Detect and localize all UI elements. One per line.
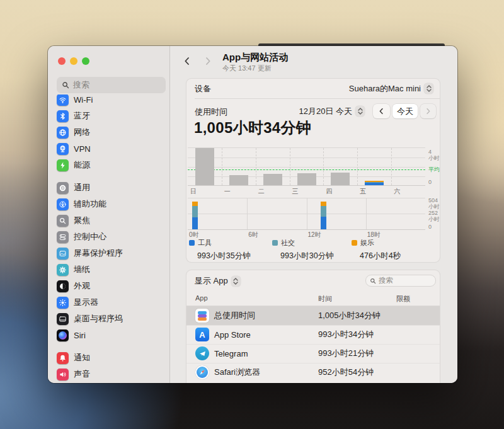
gridline — [290, 148, 290, 185]
previous-day-button[interactable] — [373, 104, 390, 118]
sidebar-item-label: 墙纸 — [74, 264, 90, 275]
weekday-tick: 一 — [224, 187, 231, 196]
table-row-App Store[interactable]: AApp Store993小时34分钟 — [186, 325, 440, 344]
gridline — [323, 148, 324, 185]
today-button[interactable]: 今天 — [392, 104, 418, 118]
sidebar-item-蓝牙[interactable]: 蓝牙 — [52, 108, 166, 124]
sidebar-item-label: 控制中心 — [74, 231, 106, 243]
siri-icon — [57, 329, 69, 341]
zoom-button[interactable] — [82, 57, 89, 65]
magnifier-icon — [57, 215, 69, 227]
week-bar-日[interactable] — [195, 148, 214, 185]
week-bar-三[interactable] — [297, 173, 316, 185]
minimize-button[interactable] — [70, 57, 77, 65]
usage-time-label: 使用时间 — [195, 106, 227, 118]
sidebar-item-能源[interactable]: 能源 — [52, 157, 166, 173]
back-button[interactable] — [180, 54, 194, 68]
chevron-up-down-icon — [231, 276, 241, 287]
weekday-axis: 日一二三四五六 — [188, 187, 425, 195]
legend-item-娱乐: 娱乐476小时4秒 — [352, 238, 401, 261]
sun-icon — [57, 297, 69, 309]
sidebar-item-label: 聚焦 — [74, 215, 90, 226]
sidebar-nav-scroll[interactable]: Wi-Fi蓝牙网络VPN能源通用辅助功能聚焦控制中心屏幕保护程序墙纸外观显示器桌… — [52, 94, 166, 383]
week-bar-五[interactable] — [365, 181, 384, 185]
system-settings-window: 搜索 Wi-Fi蓝牙网络VPN能源通用辅助功能聚焦控制中心屏幕保护程序墙纸外观显… — [48, 46, 457, 383]
day-ytick-504: 504 — [428, 197, 438, 203]
table-row-总使用时间[interactable]: 总使用时间1,005小时34分钟 — [186, 306, 440, 325]
sidebar-search-input[interactable]: 搜索 — [57, 77, 166, 93]
table-row-Telegram[interactable]: Telegram993小时21分钟 — [186, 344, 440, 363]
segment-社交 — [192, 206, 198, 217]
sidebar-item-网络[interactable]: 网络 — [52, 124, 166, 140]
telegram-icon — [195, 346, 209, 360]
table-row-Safari浏览器[interactable]: Safari浏览器952小时54分钟 — [186, 363, 440, 382]
sidebar-item-外观[interactable]: 外观 — [52, 278, 166, 294]
device-label: 设备 — [195, 83, 211, 94]
app-name: Safari浏览器 — [214, 367, 260, 378]
column-time: 时间 — [318, 294, 332, 304]
gridline — [307, 198, 307, 229]
bell-icon — [57, 352, 69, 364]
average-line — [188, 169, 425, 170]
sidebar-item-桌面与程序坞[interactable]: 桌面与程序坞 — [52, 311, 166, 327]
hour-bar-0[interactable] — [192, 202, 198, 229]
segment-社交 — [321, 206, 326, 217]
sidebar-item-通知[interactable]: 通知 — [52, 350, 166, 366]
sidebar-item-显示器[interactable]: 显示器 — [52, 294, 166, 311]
gridline — [188, 167, 425, 168]
sidebar-item-聚焦[interactable]: 聚焦 — [52, 212, 166, 229]
sidebar-item-控制中心[interactable]: 控制中心 — [52, 229, 166, 245]
screensaver-icon — [57, 248, 69, 260]
week-ytick-unit: 小时 — [428, 155, 440, 161]
sidebar-item-label: 能源 — [74, 159, 90, 171]
week-bar-二[interactable] — [263, 174, 282, 185]
show-app-dropdown[interactable]: 显示 App — [195, 275, 241, 287]
legend-total: 993小时35分钟 — [197, 251, 251, 261]
close-button[interactable] — [58, 57, 66, 65]
hour-axis: 0时6时12时18时 — [188, 231, 425, 238]
sidebar-item-Wi-Fi[interactable]: Wi-Fi — [52, 94, 166, 108]
sidebar-item-通用[interactable]: 通用 — [52, 180, 166, 196]
app-search-input[interactable]: 搜索 — [365, 275, 436, 287]
device-selector[interactable]: Suehara的Mac mini — [349, 83, 433, 94]
page-title: App与网站活动 — [222, 52, 288, 64]
legend-label: 社交 — [281, 238, 295, 248]
sidebar-item-屏幕保护程序[interactable]: 屏幕保护程序 — [52, 245, 166, 261]
forward-button[interactable] — [201, 54, 215, 68]
app-time: 952小时54分钟 — [318, 367, 374, 378]
bolt-icon — [57, 159, 69, 171]
average-label: 平均 — [428, 166, 440, 173]
weekday-tick: 二 — [258, 187, 265, 196]
day-ytick-0: 0 — [428, 224, 432, 230]
dock-icon — [57, 313, 69, 325]
sidebar-item-VPN[interactable]: VPN — [52, 140, 166, 157]
week-bar-一[interactable] — [229, 175, 248, 185]
week-ytick-4: 4 — [428, 149, 432, 155]
search-icon — [62, 81, 69, 89]
search-placeholder: 搜索 — [379, 276, 393, 285]
gridline — [247, 198, 248, 229]
next-day-button[interactable] — [420, 104, 436, 118]
chevron-up-down-icon — [355, 106, 365, 117]
sidebar-item-Siri[interactable]: Siri — [52, 327, 166, 343]
date-picker[interactable]: 12月20日 今天 — [299, 106, 365, 117]
column-limit: 限额 — [396, 294, 410, 304]
weekday-tick: 六 — [394, 187, 400, 196]
sidebar-item-声音[interactable]: 声音 — [52, 366, 166, 382]
app-time: 993小时21分钟 — [318, 348, 374, 359]
date-picker-value: 12月20日 今天 — [299, 106, 352, 117]
hour-bar-13[interactable] — [321, 202, 326, 229]
legend-label: 娱乐 — [360, 238, 374, 248]
flower-icon — [57, 264, 69, 276]
page-subtitle: 今天 13:47 更新 — [222, 64, 272, 73]
legend-item-社交: 社交993小时30分钟 — [272, 238, 334, 261]
week-bar-四[interactable] — [331, 173, 350, 185]
sidebar-item-label: Wi-Fi — [74, 95, 93, 105]
settings-content: App与网站活动 今天 13:47 更新 设备 Suehara的Mac mini… — [170, 46, 457, 383]
sidebar-item-墙纸[interactable]: 墙纸 — [52, 261, 166, 278]
legend-total: 476小时4秒 — [360, 251, 401, 261]
legend-swatch — [189, 240, 195, 246]
sidebar-item-label: 蓝牙 — [74, 110, 90, 122]
sidebar-section-gap — [52, 343, 166, 350]
sidebar-item-辅助功能[interactable]: 辅助功能 — [52, 196, 166, 212]
